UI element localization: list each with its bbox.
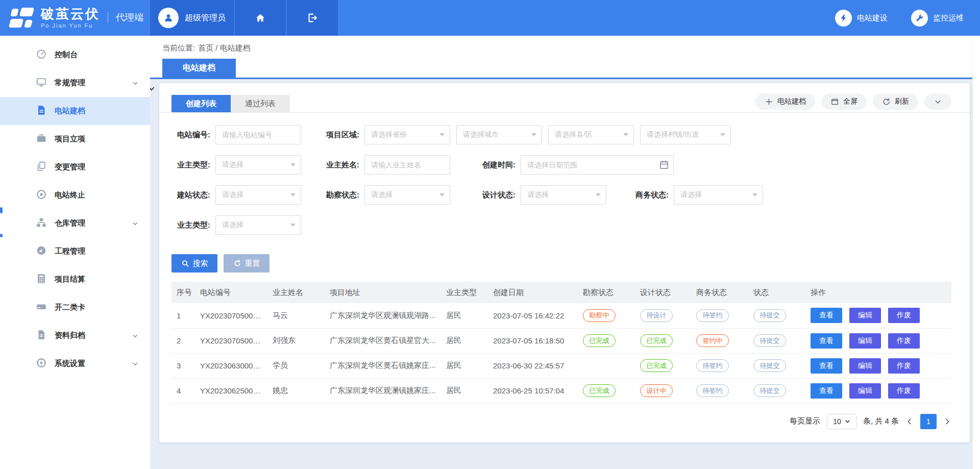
portal-label: 代理端: [108, 12, 143, 23]
filter-select[interactable]: 请选择: [674, 185, 763, 205]
tab-create-list[interactable]: 创建列表: [172, 95, 231, 112]
filter-select[interactable]: 请选择省份: [364, 125, 450, 144]
filter-select[interactable]: 请选择: [521, 185, 606, 205]
column-header-设计状态: 设计状态: [635, 282, 691, 303]
sidebar-item-控制台[interactable]: 控制台: [0, 41, 150, 69]
sidebar-item-系统设置[interactable]: 系统设置: [0, 350, 150, 378]
sidebar-scrollbar[interactable]: [0, 234, 3, 237]
page-scrollbar[interactable]: [972, 36, 980, 469]
row-action-view-button[interactable]: 查看: [811, 333, 842, 349]
row-action-edit-button[interactable]: 编辑: [849, 308, 881, 323]
filter-select[interactable]: 请选择村镇/街道: [640, 125, 731, 144]
status-badge: 已完成: [583, 384, 616, 397]
chevron-down-icon: [934, 97, 942, 106]
table-head: 序号电站编号业主姓名项目地址业主类型创建日期勘察状态设计状态商务状态状态操作: [172, 282, 951, 303]
brand-name: 破茧云伏: [41, 7, 100, 20]
target-icon: [36, 189, 47, 200]
page-number-current[interactable]: 1: [920, 414, 937, 429]
column-header-勘察状态: 勘察状态: [578, 282, 635, 303]
quick-plant-build-label: 电站建设: [857, 13, 888, 23]
cell-address: 广东深圳龙华区观澜镇观湖路...: [325, 303, 441, 328]
toolbar-refresh-button[interactable]: 刷新: [873, 93, 918, 110]
cell-business: 待签约: [691, 303, 748, 328]
next-page-button[interactable]: [943, 417, 951, 426]
filter-select[interactable]: 请选择城市: [456, 125, 542, 144]
row-action-view-button[interactable]: 查看: [811, 308, 842, 323]
filter-row-0: 电站编号:项目区域:请选择省份请选择城市请选择县/区请选择村镇/街道: [172, 125, 958, 144]
row-action-view-button[interactable]: 查看: [811, 358, 842, 374]
caret-down-icon: [596, 193, 601, 196]
toolbar-fullscreen-button[interactable]: 全屏: [821, 93, 867, 110]
cell-owner_type: 居民: [441, 303, 488, 328]
filter-panel: 电站编号:项目区域:请选择省份请选择城市请选择县/区请选择村镇/街道业主类型:请…: [159, 113, 970, 235]
filter-input[interactable]: [215, 125, 301, 144]
sidebar-item-电站建档[interactable]: 电站建档: [0, 97, 150, 125]
search-icon: [181, 259, 189, 267]
card-icon: [36, 301, 47, 312]
total-label: 条, 共 4 条: [863, 416, 899, 426]
filter-select[interactable]: 请选择: [364, 185, 450, 205]
row-action-edit-button[interactable]: 编辑: [849, 333, 881, 349]
sidebar-item-label: 开二类卡: [55, 303, 85, 312]
sidebar-item-电站终止[interactable]: 电站终止: [0, 181, 150, 209]
home-button[interactable]: [235, 0, 286, 36]
quick-monitor-ops[interactable]: 监控运维: [911, 10, 964, 27]
sidebar-item-工程管理[interactable]: 工程管理: [0, 237, 150, 265]
sidebar-item-资料归档[interactable]: 资料归档: [0, 322, 150, 350]
filter-field-创建时间: 创建时间:: [477, 155, 674, 175]
filter-label: 勘察状态:: [321, 190, 364, 200]
cell-owner: 刘强东: [267, 328, 325, 353]
cell-created: 2023-06-30 22:45:57: [488, 353, 578, 378]
reset-icon: [233, 259, 241, 267]
date-range-input[interactable]: [521, 155, 674, 175]
breadcrumb-label: 当前位置:: [162, 43, 195, 52]
tab-passed-list[interactable]: 通过列表: [231, 95, 290, 112]
filter-buttons: 搜索 重置: [159, 245, 970, 273]
quick-plant-build[interactable]: 电站建设: [835, 10, 888, 27]
row-action-edit-button[interactable]: 编辑: [849, 358, 881, 374]
column-header-操作: 操作: [805, 282, 951, 303]
sidebar-item-常规管理[interactable]: 常规管理: [0, 69, 150, 97]
card-head: 创建列表 通过列表 电站建档全屏刷新: [159, 83, 970, 113]
cell-design: 待设计: [635, 303, 691, 328]
logout-button[interactable]: [287, 0, 338, 36]
fullscreen-icon: [830, 97, 839, 106]
cell-status: 待提交: [748, 328, 805, 353]
per-page-select[interactable]: 10: [827, 414, 856, 429]
filter-select[interactable]: 请选择: [215, 185, 301, 205]
per-page-value: 10: [833, 417, 841, 426]
sidebar-item-项目立项[interactable]: 项目立项: [0, 125, 150, 153]
filter-input[interactable]: [364, 155, 450, 175]
sidebar-item-仓库管理[interactable]: 仓库管理: [0, 209, 150, 237]
prev-page-button[interactable]: [905, 417, 914, 426]
toolbar-button-label: 电站建档: [777, 97, 806, 106]
toolbar-add-plant-button[interactable]: 电站建档: [755, 93, 815, 110]
filter-select[interactable]: 请选择县/区: [548, 125, 634, 144]
status-badge: 待签约: [696, 309, 729, 322]
row-action-void-button[interactable]: 作废: [888, 308, 920, 323]
status-badge: 待签约: [696, 384, 729, 397]
gauge-icon: [36, 245, 47, 256]
row-action-void-button[interactable]: 作废: [888, 383, 920, 399]
sidebar-scrollbar[interactable]: [0, 207, 3, 213]
row-action-edit-button[interactable]: 编辑: [849, 383, 881, 399]
sidebar-item-开二类卡[interactable]: 开二类卡: [0, 293, 150, 322]
row-action-void-button[interactable]: 作废: [888, 358, 920, 374]
chevron-down-icon: [132, 360, 139, 367]
sidebar-item-项目结算[interactable]: 项目结算: [0, 265, 150, 293]
status-badge: 设计中: [640, 384, 673, 397]
sidebar-item-变更管理[interactable]: 变更管理: [0, 153, 150, 181]
filter-select[interactable]: 请选择: [215, 215, 301, 235]
reset-button[interactable]: 重置: [224, 254, 270, 273]
page-top: 当前位置:首页 / 电站建档 电站建档: [150, 36, 972, 79]
toolbar-more-button[interactable]: [924, 93, 951, 110]
filter-select[interactable]: 请选择: [215, 155, 301, 175]
page-tab-active[interactable]: 电站建档: [162, 59, 236, 78]
row-action-void-button[interactable]: 作废: [888, 333, 920, 349]
collapse-chevron-down-icon[interactable]: [150, 85, 157, 92]
filter-field-勘察状态: 勘察状态:请选择: [321, 185, 450, 205]
row-action-view-button[interactable]: 查看: [811, 383, 842, 399]
user-menu[interactable]: 超级管理员: [150, 0, 234, 36]
filter-field-设计状态: 设计状态:请选择: [477, 185, 606, 205]
search-button[interactable]: 搜索: [172, 254, 217, 273]
